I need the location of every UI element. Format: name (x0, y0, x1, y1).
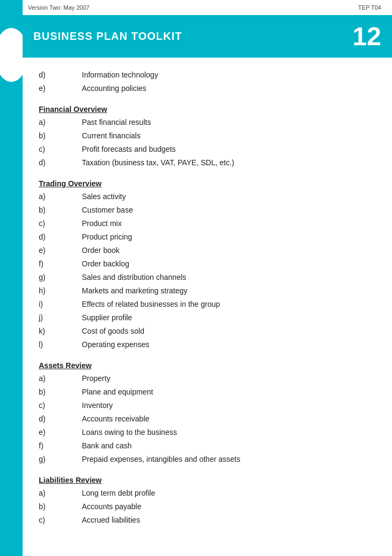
footer: © Tourism Enterprise Programme (23, 553, 392, 556)
item-text: Plane and equipment (82, 386, 153, 398)
list-item: c)Accrued liabilities (39, 513, 376, 527)
item-text: Information technology (82, 69, 158, 81)
list-item: e)Order book (39, 244, 376, 257)
list-item: g)Sales and distribution channels (39, 271, 376, 284)
list-item: d) Information technology (39, 68, 376, 82)
sections-container: Financial Overviewa)Past financial resul… (39, 105, 376, 527)
item-text: Operating expenses (82, 339, 149, 350)
item-text: Loans owing to the business (82, 427, 177, 438)
item-label: b) (39, 130, 82, 142)
item-label: d) (39, 69, 82, 81)
item-label: j) (39, 312, 82, 323)
item-text: Accounts receivable (82, 413, 149, 425)
item-label: g) (39, 454, 82, 465)
item-label: b) (39, 501, 82, 512)
item-label: d) (39, 413, 82, 425)
list-item: i)Effects of related businesses in the g… (39, 298, 376, 311)
item-label: k) (39, 326, 82, 337)
list-item: a)Property (39, 372, 376, 385)
list-item: g)Prepaid expenses, intangibles and othe… (39, 453, 376, 466)
item-text: Property (82, 373, 110, 384)
list-item: l)Operating expenses (39, 338, 376, 351)
list-item: a)Long term debt profile (39, 487, 376, 500)
list-item: e) Accounting policies (39, 82, 376, 95)
item-label: c) (39, 515, 82, 526)
version-text: Version Two: May 2007 (28, 4, 89, 11)
left-accent-bar (0, 0, 23, 556)
item-text: Supplier profile (82, 312, 132, 323)
item-text: Inventory (82, 400, 113, 411)
list-item: d)Taxation (business tax, VAT, PAYE, SDL… (39, 156, 376, 170)
list-item: a)Past financial results (39, 116, 376, 129)
toolkit-title: BUSINESS PLAN TOOLKIT (33, 30, 182, 43)
section-financial-overview: Financial Overviewa)Past financial resul… (39, 105, 376, 170)
item-text: Taxation (business tax, VAT, PAYE, SDL, … (82, 157, 234, 168)
item-label: f) (39, 258, 82, 270)
list-item: d)Accounts receivable (39, 412, 376, 426)
item-text: Markets and marketing strategy (82, 285, 187, 297)
item-label: c) (39, 400, 82, 411)
item-text: Accrued liabilities (82, 515, 140, 526)
list-item: c)Profit forecasts and budgets (39, 143, 376, 156)
item-label: h) (39, 285, 82, 297)
item-label: d) (39, 231, 82, 243)
list-item: b)Customer base (39, 203, 376, 217)
item-text: Bank and cash (82, 440, 132, 452)
item-text: Prepaid expenses, intangibles and other … (82, 454, 240, 465)
item-text: Current financials (82, 130, 141, 142)
section-heading: Trading Overview (39, 179, 376, 188)
code-text: TEP T04 (358, 4, 381, 11)
list-item: k)Cost of goods sold (39, 325, 376, 338)
list-item: f)Bank and cash (39, 439, 376, 453)
item-text: Sales and distribution channels (82, 272, 186, 283)
item-label: g) (39, 272, 82, 283)
list-item: j)Supplier profile (39, 311, 376, 325)
item-label: d) (39, 157, 82, 168)
item-text: Long term debt profile (82, 488, 155, 499)
intro-section: d) Information technology e) Accounting … (39, 68, 376, 95)
item-text: Effects of related businesses in the gro… (82, 299, 220, 310)
item-text: Order backlog (82, 258, 129, 270)
list-item: a)Sales activity (39, 190, 376, 203)
item-text: Cost of goods sold (82, 326, 144, 337)
item-label: a) (39, 117, 82, 128)
page-header: Version Two: May 2007 TEP T04 (23, 0, 392, 15)
main-content: d) Information technology e) Accounting … (23, 58, 392, 553)
list-item: h)Markets and marketing strategy (39, 284, 376, 298)
section-heading: Financial Overview (39, 105, 376, 114)
list-item: b)Current financials (39, 129, 376, 143)
item-text: Product mix (82, 218, 122, 229)
item-text: Customer base (82, 205, 133, 216)
item-label: c) (39, 218, 82, 229)
list-item: d)Product pricing (39, 230, 376, 244)
section-liabilities-review: Liabilities Reviewa)Long term debt profi… (39, 476, 376, 527)
item-text: Past financial results (82, 117, 151, 128)
list-item: b)Plane and equipment (39, 385, 376, 399)
section-assets-review: Assets Reviewa)Propertyb)Plane and equip… (39, 361, 376, 466)
section-heading: Assets Review (39, 361, 376, 370)
item-text: Product pricing (82, 231, 132, 243)
item-label: b) (39, 205, 82, 216)
item-label: i) (39, 299, 82, 310)
section-heading: Liabilities Review (39, 476, 376, 484)
title-bar: BUSINESS PLAN TOOLKIT 12 (23, 15, 392, 58)
item-label: f) (39, 440, 82, 452)
item-label: a) (39, 373, 82, 384)
item-label: a) (39, 191, 82, 202)
list-item: f)Order backlog (39, 257, 376, 271)
item-text: Accounting policies (82, 83, 146, 94)
item-label: e) (39, 427, 82, 438)
list-item: c)Product mix (39, 217, 376, 230)
item-label: e) (39, 245, 82, 256)
item-text: Accounts payable (82, 501, 142, 512)
item-text: Order book (82, 245, 120, 256)
item-label: a) (39, 488, 82, 499)
list-item: c)Inventory (39, 399, 376, 412)
list-item: b)Accounts payable (39, 500, 376, 513)
list-item: e)Loans owing to the business (39, 426, 376, 439)
item-text: Profit forecasts and budgets (82, 144, 176, 155)
page-number: 12 (353, 22, 381, 51)
item-text: Sales activity (82, 191, 126, 202)
item-label: l) (39, 339, 82, 350)
item-label: b) (39, 386, 82, 398)
